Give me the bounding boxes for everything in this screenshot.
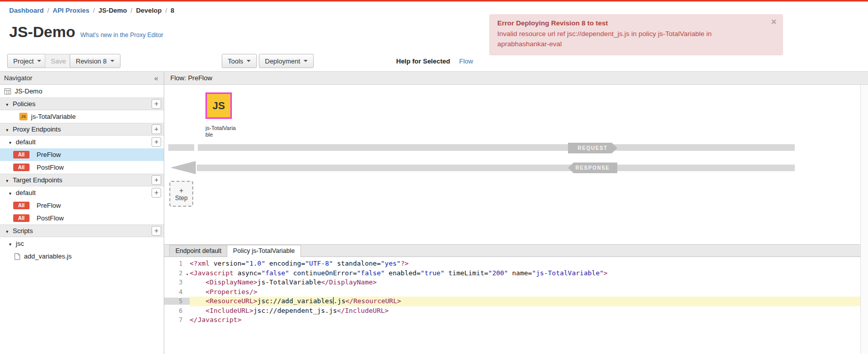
sidebar-item-jsc-folder[interactable]: jsc [0, 237, 164, 250]
js-policy-icon: JS [19, 113, 27, 120]
code-line-text[interactable]: <?xml version="1.0" encoding="UTF-8" sta… [190, 259, 868, 269]
breadcrumb-dashboard[interactable]: Dashboard [9, 7, 44, 14]
add-policy-button[interactable] [152, 99, 161, 109]
breadcrumb-develop: Develop [136, 7, 162, 14]
disclosure-icon[interactable] [4, 125, 10, 133]
code-line-3[interactable]: 3 <DisplayName>js-TotalVariable</Display… [164, 278, 868, 287]
sidebar-item-js-demo[interactable]: JS-Demo [0, 85, 164, 98]
vertical-scrollbar[interactable] [860, 85, 868, 354]
tab-policy-js-totalvariable[interactable]: Policy js-TotalVariable [227, 245, 301, 257]
fold-icon[interactable] [186, 270, 189, 277]
disclosure-icon[interactable] [7, 138, 13, 146]
code-line-2[interactable]: 2<Javascript async="false" continueOnErr… [164, 269, 868, 278]
project-button[interactable]: Project [7, 54, 47, 68]
all-badge: All [13, 151, 29, 158]
navigator-header: Navigator « [0, 72, 164, 85]
revision-button[interactable]: Revision 8 [70, 54, 121, 68]
add-flow-button[interactable] [152, 137, 161, 147]
sidebar-item-label: default [16, 189, 36, 197]
code-line-text[interactable]: <Javascript async="false" continueOnErro… [190, 269, 868, 278]
caret-down-icon [247, 60, 251, 62]
help-for-selected-label: Help for Selected [396, 57, 450, 65]
sidebar-item-add-variables-js[interactable]: add_variables.js [0, 250, 164, 263]
sidebar-item-label: js-TotalVariable [31, 113, 76, 120]
tab-endpoint-default[interactable]: Endpoint default [169, 245, 227, 256]
add-step-button[interactable]: + Step [169, 181, 193, 207]
whats-new-link[interactable]: What's new in the Proxy Editor [80, 31, 163, 39]
tools-button[interactable]: Tools [222, 54, 257, 68]
section-scripts[interactable]: Scripts [0, 224, 164, 237]
deployment-button-label: Deployment [265, 57, 300, 65]
top-accent-bar [0, 0, 868, 2]
disclosure-icon[interactable] [4, 100, 10, 108]
sidebar-item-proxy-postflow[interactable]: All PostFlow [0, 161, 164, 174]
flow-panel-header: Flow: PreFlow [164, 72, 868, 85]
request-band-segment [168, 144, 194, 151]
line-number: 6 [164, 307, 190, 314]
policy-node-js-totalvariable[interactable]: JS [205, 92, 232, 119]
code-line-text[interactable]: <DisplayName>js-TotalVariable</DisplayNa… [190, 278, 868, 287]
sidebar-item-target-postflow[interactable]: All PostFlow [0, 212, 164, 224]
sidebar-item-target-preflow[interactable]: All PreFlow [0, 199, 164, 212]
section-label: Target Endpoints [13, 176, 63, 184]
close-icon[interactable]: × [771, 17, 776, 26]
add-target-endpoint-button[interactable] [152, 175, 161, 185]
code-lines[interactable]: 1<?xml version="1.0" encoding="UTF-8" st… [164, 257, 868, 325]
sidebar-item-label: add_variables.js [24, 252, 72, 260]
breadcrumb-api-proxies[interactable]: API Proxies [53, 7, 89, 14]
all-badge: All [13, 164, 29, 171]
code-line-text[interactable]: <Properties/> [190, 287, 868, 297]
flow-help-link[interactable]: Flow [459, 57, 473, 65]
all-badge: All [13, 214, 29, 222]
breadcrumb-separator: / [93, 7, 95, 14]
sidebar-item-js-totalvariable[interactable]: JS js-TotalVariable [0, 110, 164, 123]
save-button-label: Save [51, 57, 66, 65]
code-line-1[interactable]: 1<?xml version="1.0" encoding="UTF-8" st… [164, 259, 868, 269]
code-line-text[interactable]: </Javascript> [190, 315, 868, 325]
navigator-title: Navigator [4, 74, 33, 82]
js-policy-node-icon: JS [213, 100, 225, 112]
code-editor-tabs: Endpoint default Policy js-TotalVariable [164, 245, 868, 257]
disclosure-icon[interactable] [4, 227, 10, 235]
code-editor-panel: Endpoint default Policy js-TotalVariable… [164, 244, 868, 354]
tools-button-label: Tools [228, 57, 243, 65]
code-line-5[interactable]: 5 <ResourceURL>jsc://add_variables.js</R… [164, 297, 868, 306]
revision-button-label: Revision 8 [76, 57, 107, 65]
code-line-text[interactable]: <IncludeURL>jsc://dependent_js.js</Inclu… [190, 306, 868, 316]
add-script-button[interactable] [152, 226, 161, 236]
flow-panel-title: Flow: PreFlow [170, 74, 212, 82]
response-label: RESPONSE [568, 163, 617, 173]
code-line-text[interactable]: <ResourceURL>jsc://add_variables.js</Res… [190, 297, 868, 306]
disclosure-icon[interactable] [7, 189, 13, 197]
flow-canvas: JS js-TotalVariable REQUEST RESPONSE + S… [164, 85, 868, 244]
main-panel: Flow: PreFlow JS js-TotalVariable REQUES… [164, 72, 868, 354]
sidebar-item-label: jsc [16, 240, 24, 247]
section-proxy-endpoints[interactable]: Proxy Endpoints [0, 123, 164, 136]
plus-icon: + [179, 186, 183, 195]
code-line-4[interactable]: 4 <Properties/> [164, 287, 868, 297]
add-flow-button[interactable] [152, 188, 161, 198]
breadcrumb-separator: / [47, 7, 49, 14]
save-button[interactable]: Save [45, 54, 72, 68]
line-number: 4 [164, 288, 190, 296]
code-line-7[interactable]: 7</Javascript> [164, 315, 868, 325]
breadcrumb: Dashboard/API Proxies/JS-Demo/Develop/8 [9, 7, 174, 14]
section-target-endpoints[interactable]: Target Endpoints [0, 174, 164, 186]
code-line-6[interactable]: 6 <IncludeURL>jsc://dependent_js.js</Inc… [164, 306, 868, 316]
policy-node-label: js-TotalVariable [205, 125, 237, 138]
disclosure-icon[interactable] [4, 176, 10, 184]
section-label: Scripts [13, 227, 33, 235]
sidebar-item-target-default[interactable]: default [0, 186, 164, 199]
collapse-sidebar-icon[interactable]: « [153, 74, 160, 82]
deployment-button[interactable]: Deployment [259, 54, 314, 68]
section-label: Proxy Endpoints [13, 125, 61, 133]
error-toast-title: Error Deploying Revision 8 to test [497, 19, 763, 27]
disclosure-icon[interactable] [7, 240, 13, 247]
sidebar-item-proxy-preflow[interactable]: All PreFlow [0, 148, 164, 161]
sidebar-item-proxy-default[interactable]: default [0, 136, 164, 148]
line-number: 3 [164, 279, 190, 286]
add-proxy-endpoint-button[interactable] [152, 124, 161, 134]
line-number: 7 [164, 316, 190, 324]
caret-down-icon [37, 60, 41, 62]
section-policies[interactable]: Policies [0, 98, 164, 110]
